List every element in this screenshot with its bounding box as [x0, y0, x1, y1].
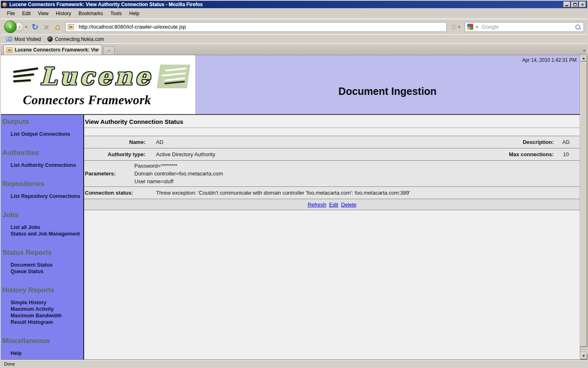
back-icon: ‹ [9, 22, 11, 31]
connection-status-table: Name: AD Description: AD Authority type:… [84, 136, 580, 210]
page-identity-button[interactable] [66, 22, 76, 31]
sidebar-item-document-status[interactable]: Document Status [11, 262, 83, 268]
stop-icon: × [43, 22, 50, 32]
search-icon[interactable] [575, 24, 581, 30]
edit-link[interactable]: Edit [329, 202, 338, 208]
bookmark-label: Connecting.Nokia.com [55, 36, 104, 42]
forward-icon: › [18, 23, 20, 30]
home-button[interactable]: ⌂ [52, 21, 64, 33]
page-header: Lucene Connectors Framework Apr 14, 2010… [1, 55, 580, 115]
logo-document-icon [157, 65, 190, 88]
sidebar-item-list-repository-connections[interactable]: List Repository Connections [11, 193, 83, 200]
parameters-label: Parameters: [84, 171, 129, 177]
sidebar-item-list-authority-connections[interactable]: List Authority Connections [11, 162, 83, 168]
window-title: Lucene Connectors Framework: View Author… [9, 2, 564, 7]
sidebar-item-help[interactable]: Help [11, 350, 83, 357]
sidebar-item-maximum-bandwidth[interactable]: Maximum Bandwidth [11, 312, 83, 319]
browser-content: Lucene Connectors Framework Apr 14, 2010… [1, 55, 587, 360]
sidebar-item-queue-status[interactable]: Queue Status [11, 268, 83, 275]
sidebar-heading-authorities: Authorities [2, 149, 83, 157]
restore-button[interactable] [571, 2, 578, 7]
sidebar-item-list-output-connections[interactable]: List Output Connections [11, 131, 83, 137]
parameter-line: User name=stuff [134, 178, 174, 184]
scroll-down-icon: ▼ [582, 354, 586, 358]
google-engine-icon[interactable] [467, 24, 473, 30]
bookmark-connecting-nokia[interactable]: Connecting.Nokia.com [45, 36, 106, 43]
tab-favicon-icon [7, 47, 12, 53]
vertical-scrollbar: ▲ ▼ [580, 55, 587, 359]
scroll-up-button[interactable]: ▲ [580, 55, 587, 62]
minimize-icon [565, 5, 568, 6]
sidebar-heading-miscellaneous: Miscellaneous [2, 337, 83, 345]
page-favicon-icon [68, 24, 74, 29]
menu-tools[interactable]: Tools [107, 9, 125, 18]
sidebar-item-simple-history[interactable]: Simple History [11, 299, 83, 306]
bookmark-most-visited[interactable]: Most Visited [4, 36, 43, 43]
status-bar: Done [1, 360, 587, 367]
menu-bookmarks[interactable]: Bookmarks [75, 9, 107, 18]
sidebar-heading-history-reports: History Reports [2, 286, 83, 294]
restore-icon [573, 3, 577, 6]
banner-title: Document Ingestion [195, 85, 580, 97]
sidebar-item-status-and-job-management[interactable]: Status and Job Management [11, 231, 83, 237]
stop-button[interactable]: × [41, 21, 52, 33]
list-all-tabs-button[interactable]: ▾ [583, 48, 585, 53]
new-tab-button[interactable]: + [103, 46, 115, 55]
lcf-page: Lucene Connectors Framework Apr 14, 2010… [1, 55, 580, 359]
menu-file[interactable]: File [3, 9, 18, 18]
name-label: Name: [84, 139, 145, 145]
connection-status-label: Connection status: [84, 190, 145, 196]
logo-script-text: Lucene [40, 62, 153, 91]
delete-link[interactable]: Delete [341, 202, 356, 208]
close-icon: × [581, 2, 584, 7]
minimize-button[interactable] [564, 2, 570, 7]
main-content: View Authority Connection Status Name: A… [84, 115, 580, 359]
logo-wing-icon [13, 67, 40, 85]
main-filler [84, 210, 580, 359]
sidebar-item-list-all-jobs[interactable]: List all Jobs [11, 224, 83, 231]
sidebar-item-result-histogram[interactable]: Result Histogram [11, 319, 83, 325]
bookmark-dropdown-button[interactable]: ▾ [457, 25, 462, 29]
menu-view[interactable]: View [34, 9, 52, 18]
refresh-link[interactable]: Refresh [307, 202, 326, 208]
sidebar-heading-repositories: Repositories [2, 180, 83, 188]
bookmarks-toolbar: Most Visited Connecting.Nokia.com [1, 34, 587, 43]
logo-subtitle: Connectors Framework [23, 93, 195, 108]
authority-type-value: Active Directory Authority [145, 151, 509, 157]
url-input[interactable] [76, 24, 447, 30]
search-input[interactable] [480, 24, 575, 30]
search-engine-dropdown[interactable]: ▾ [475, 25, 480, 29]
history-dropdown-button[interactable]: ▾ [24, 25, 29, 29]
scrollbar-thumb[interactable] [580, 62, 587, 347]
menu-edit[interactable]: Edit [18, 9, 34, 18]
table-row-name: Name: AD Description: AD [84, 136, 580, 148]
firefox-window: Lucene Connectors Framework: View Author… [0, 0, 588, 368]
back-button[interactable]: ‹ [4, 20, 17, 33]
tab-lcf-view-authority[interactable]: Lucene Connectors Framework: View... [3, 45, 102, 55]
sidebar-item-maximum-activity[interactable]: Maximum Activity [11, 306, 83, 312]
search-bar: ▾ [465, 22, 584, 32]
menu-help[interactable]: Help [125, 9, 143, 18]
page-title: View Authority Connection Status [84, 115, 580, 128]
page-timestamp: Apr 14, 2010 1:42:31 PM [522, 57, 577, 63]
max-connections-value: 10 [554, 151, 578, 157]
table-row-authority-type: Authority type: Active Directory Authori… [84, 148, 580, 161]
banner-area: Apr 14, 2010 1:42:31 PM Document Ingesti… [195, 55, 580, 114]
reload-button[interactable]: ↻ [29, 21, 41, 33]
navigation-toolbar: ‹ › ▾ ↻ × ⌂ ☆ ▾ ▾ [1, 19, 587, 34]
lcf-logo: Lucene Connectors Framework [1, 55, 195, 114]
scroll-down-button[interactable]: ▼ [580, 353, 587, 359]
parameter-line: Domain controller=foo.metacarta.com [134, 171, 223, 177]
close-button[interactable]: × [579, 2, 586, 7]
description-value: AD [554, 139, 578, 145]
reload-icon: ↻ [31, 22, 38, 32]
globe-icon [47, 36, 53, 42]
sidebar-heading-jobs: Jobs [2, 211, 83, 219]
table-row-actions: Refresh Edit Delete [84, 199, 580, 210]
bookmark-star-icon[interactable]: ☆ [450, 22, 457, 31]
parameter-line: Password=******** [134, 163, 177, 169]
home-icon: ⌂ [55, 23, 61, 31]
menu-history[interactable]: History [52, 9, 75, 18]
tab-bar: Lucene Connectors Framework: View... + ▾ [1, 43, 587, 55]
status-text: Done [4, 361, 15, 366]
